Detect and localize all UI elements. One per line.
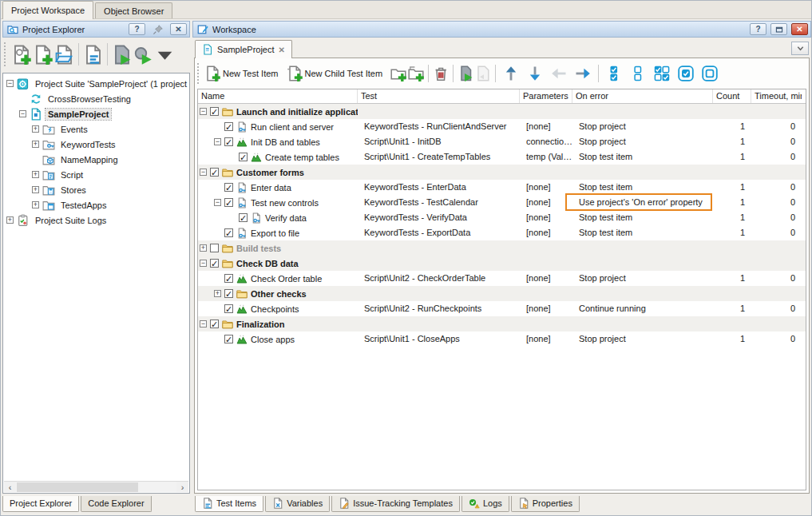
row-expander[interactable]: − bbox=[200, 260, 207, 267]
row-checkbox[interactable]: ✓ bbox=[239, 213, 248, 222]
run-focused-button[interactable] bbox=[457, 65, 474, 82]
tree-expander[interactable]: + bbox=[32, 186, 39, 193]
tree-expander[interactable]: + bbox=[32, 125, 39, 133]
row-enter-data[interactable]: ✓Enter dataKeywordTests - EnterData[none… bbox=[198, 180, 806, 195]
enable-selected-button[interactable] bbox=[677, 65, 695, 82]
row-checkbox[interactable]: ✓ bbox=[210, 320, 219, 328]
window-tab-project-workspace[interactable]: Project Workspace bbox=[2, 1, 93, 19]
column-header-parameters[interactable]: Parameters bbox=[520, 89, 572, 103]
tree-item-testedapps[interactable]: +TestedApps bbox=[3, 197, 189, 212]
row-checkbox[interactable]: ✓ bbox=[239, 153, 248, 161]
tab-close-icon[interactable]: ✕ bbox=[279, 46, 285, 54]
row-create-temp-tables[interactable]: ✓Create temp tablesScript\Unit1 - Create… bbox=[198, 149, 806, 165]
add-project-suite-button[interactable] bbox=[10, 44, 32, 65]
row-checkpoints[interactable]: ✓CheckpointsScript\Unit2 - RunCheckpoint… bbox=[198, 301, 806, 316]
organize-items-button[interactable] bbox=[82, 44, 104, 65]
disable-selected-button[interactable] bbox=[701, 65, 719, 82]
restore-button[interactable] bbox=[770, 23, 787, 35]
row-checkbox[interactable]: ✓ bbox=[210, 107, 219, 116]
tree-expander[interactable]: + bbox=[32, 201, 39, 208]
row-expander[interactable]: − bbox=[200, 169, 207, 176]
help-button[interactable]: ? bbox=[129, 23, 145, 35]
window-tab-object-browser[interactable]: Object Browser bbox=[95, 2, 172, 18]
tree-item-project-suite-sampleproject-1-project[interactable]: −Project Suite 'SampleProject' (1 projec… bbox=[3, 76, 189, 91]
help-button[interactable]: ? bbox=[750, 23, 766, 35]
row-checkbox[interactable]: ✓ bbox=[224, 304, 233, 313]
tab-variables[interactable]: Variables bbox=[265, 496, 330, 512]
row-checkbox[interactable] bbox=[210, 244, 219, 252]
scroll-left-arrow[interactable]: ‹ bbox=[4, 482, 16, 492]
delete-item-button[interactable] bbox=[432, 65, 450, 82]
tree-item-events[interactable]: +Events bbox=[3, 121, 189, 137]
add-project-item-button[interactable] bbox=[32, 44, 53, 65]
tab-test-items[interactable]: Test Items bbox=[195, 496, 263, 512]
run-project-suite-button[interactable] bbox=[133, 44, 154, 65]
row-finalization[interactable]: −✓Finalization bbox=[198, 316, 806, 331]
pin-button[interactable] bbox=[149, 23, 166, 35]
row-checkbox[interactable]: ✓ bbox=[210, 168, 219, 177]
row-export-to-file[interactable]: ✓Export to fileKeywordTests - ExportData… bbox=[198, 225, 806, 240]
column-header-count[interactable]: Count bbox=[713, 89, 751, 103]
row-checkbox[interactable]: ✓ bbox=[224, 137, 233, 146]
new-child-test-item-button[interactable]: New Child Test Item bbox=[286, 65, 390, 82]
row-check-order-table[interactable]: ✓Check Order tableScript\Unit2 - CheckOr… bbox=[198, 271, 806, 286]
tree-expander[interactable]: − bbox=[6, 80, 14, 87]
new-test-item-button[interactable]: New Test Item bbox=[204, 65, 286, 82]
row-checkbox[interactable]: ✓ bbox=[224, 335, 233, 343]
row-customer-forms[interactable]: −✓Customer forms bbox=[198, 165, 806, 180]
tree-item-crossbrowsertesting[interactable]: CrossBrowserTesting bbox=[3, 91, 189, 106]
row-checkbox[interactable]: ✓ bbox=[224, 274, 233, 283]
tree-expander[interactable]: − bbox=[19, 110, 26, 117]
row-other-checks[interactable]: +✓Other checks bbox=[198, 286, 806, 301]
row-close-apps[interactable]: ✓Close appsScript\Unit1 - CloseApps[none… bbox=[198, 331, 806, 347]
row-launch-and-initialize-applications[interactable]: −✓Launch and initialize applications bbox=[198, 104, 806, 119]
tree-horizontal-scrollbar[interactable]: ‹ › bbox=[4, 481, 188, 492]
toolbar-grip[interactable] bbox=[4, 42, 9, 66]
row-checkbox[interactable]: ✓ bbox=[224, 228, 233, 237]
open-item-button[interactable] bbox=[53, 44, 75, 65]
column-header-test[interactable]: Test bbox=[358, 89, 520, 103]
new-child-group-button[interactable] bbox=[407, 65, 425, 82]
close-panel-button[interactable]: ✕ bbox=[791, 23, 808, 35]
tab-sampleproject[interactable]: SampleProject ✕ bbox=[195, 40, 292, 58]
column-header-on-error[interactable]: On error bbox=[572, 89, 713, 103]
tree-expander[interactable]: + bbox=[32, 141, 39, 148]
close-panel-button[interactable]: ✕ bbox=[170, 23, 187, 35]
row-checkbox[interactable]: ✓ bbox=[224, 183, 233, 192]
row-expander[interactable]: − bbox=[214, 138, 221, 145]
move-down-button[interactable] bbox=[526, 65, 544, 82]
move-right-button[interactable] bbox=[574, 65, 592, 82]
row-expander[interactable]: − bbox=[214, 199, 221, 206]
tree-item-project-suite-logs[interactable]: +Project Suite Logs bbox=[3, 212, 189, 228]
move-up-button[interactable] bbox=[502, 65, 520, 82]
row-test-new-controls[interactable]: −✓Test new controlsKeywordTests - TestCa… bbox=[198, 195, 806, 210]
row-expander[interactable]: − bbox=[200, 320, 207, 327]
check-all-button[interactable] bbox=[605, 65, 623, 82]
tree-item-stores[interactable]: +Stores bbox=[3, 182, 189, 197]
tree-item-keywordtests[interactable]: +KeywordTests bbox=[3, 137, 189, 152]
scroll-right-arrow[interactable]: › bbox=[176, 482, 188, 492]
row-expander[interactable]: + bbox=[200, 244, 207, 252]
tree-item-script[interactable]: +Script bbox=[3, 167, 189, 182]
scroll-thumb[interactable] bbox=[17, 482, 138, 492]
tree-expander[interactable]: + bbox=[6, 216, 14, 224]
tab-properties[interactable]: Properties bbox=[511, 496, 580, 512]
tab-code-explorer[interactable]: Code Explorer bbox=[81, 496, 151, 512]
row-checkbox[interactable]: ✓ bbox=[224, 289, 233, 298]
row-check-db-data[interactable]: −✓Check DB data bbox=[198, 256, 806, 271]
tree-item-sampleproject[interactable]: −SampleProject bbox=[3, 106, 189, 121]
row-checkbox[interactable]: ✓ bbox=[210, 259, 219, 268]
toolbar-overflow-button[interactable] bbox=[154, 44, 176, 65]
row-expander[interactable]: + bbox=[214, 290, 221, 297]
tab-issue-tracking-templates[interactable]: Issue-Tracking Templates bbox=[331, 496, 460, 512]
tab-list-dropdown-button[interactable] bbox=[791, 42, 809, 55]
uncheck-all-button[interactable] bbox=[629, 65, 647, 82]
row-expander[interactable]: − bbox=[200, 108, 207, 115]
tab-project-explorer[interactable]: Project Explorer bbox=[2, 496, 79, 512]
row-init-db-and-tables[interactable]: −✓Init DB and tablesScript\Unit1 - InitD… bbox=[198, 134, 806, 149]
tree-item-namemapping[interactable]: NameMapping bbox=[3, 152, 189, 167]
run-project-button[interactable] bbox=[111, 44, 133, 65]
invert-checks-button[interactable] bbox=[653, 65, 671, 82]
tab-logs[interactable]: Logs bbox=[461, 496, 509, 512]
column-header-name[interactable]: Name bbox=[198, 89, 358, 103]
